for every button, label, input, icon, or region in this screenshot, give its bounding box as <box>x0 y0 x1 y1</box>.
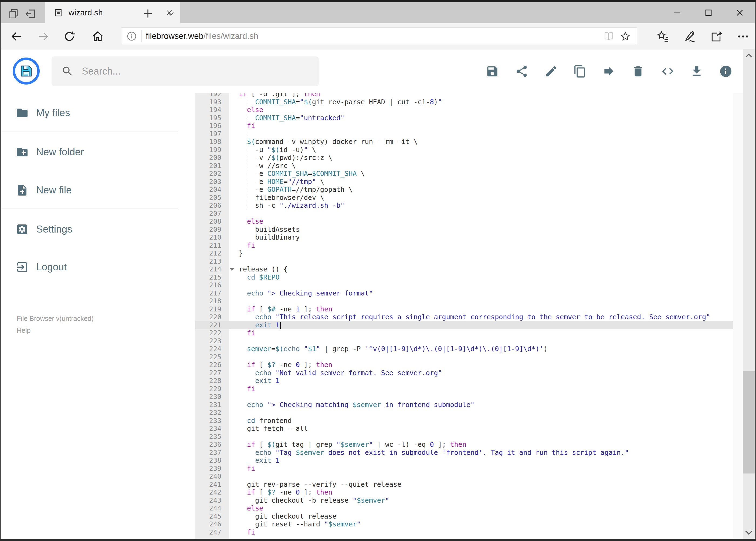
line-number[interactable]: 239 <box>195 465 229 473</box>
sidebar-item-my-files[interactable]: My files <box>1 104 179 122</box>
code-line-238[interactable]: 238 exit 1 <box>195 456 733 465</box>
line-number[interactable]: 198 <box>195 138 229 146</box>
line-number[interactable]: 207 <box>195 210 229 218</box>
code-line-243[interactable]: 243 git checkout -b release "$semver" <box>195 496 733 505</box>
line-number[interactable]: 226 <box>195 361 229 369</box>
code-line-228[interactable]: 228 exit 1 <box>195 377 733 385</box>
line-number[interactable]: 243 <box>195 496 229 505</box>
code-editor[interactable]: 192if [ -d .git ]; then193 COMMIT_SHA="$… <box>195 93 733 539</box>
code-line-212[interactable]: 212} <box>195 249 733 258</box>
line-number[interactable]: 242 <box>195 488 229 496</box>
code-line-239[interactable]: 239 fi <box>195 465 733 473</box>
save-button[interactable] <box>486 65 499 78</box>
line-number[interactable]: 213 <box>195 258 229 266</box>
code-line-244[interactable]: 244 else <box>195 504 733 512</box>
code-line-209[interactable]: 209 buildAssets <box>195 226 733 234</box>
sidebar-item-settings[interactable]: Settings <box>1 220 179 239</box>
reading-view-icon[interactable] <box>603 31 614 42</box>
code-line-220[interactable]: 220 echo "This release script requires a… <box>195 313 733 321</box>
line-number[interactable]: 227 <box>195 369 229 377</box>
line-number[interactable]: 229 <box>195 385 229 393</box>
code-line-241[interactable]: 241 git rev-parse --verify --quiet relea… <box>195 480 733 489</box>
line-number[interactable]: 231 <box>195 401 229 409</box>
line-number[interactable]: 196 <box>195 122 229 130</box>
line-number[interactable]: 246 <box>195 520 229 528</box>
line-number[interactable]: 235 <box>195 433 229 441</box>
code-line-225[interactable]: 225 <box>195 353 733 361</box>
line-number[interactable]: 212 <box>195 249 229 258</box>
more-options-icon[interactable] <box>736 30 750 43</box>
line-number[interactable]: 217 <box>195 289 229 297</box>
back-icon[interactable] <box>10 30 23 43</box>
code-line-237[interactable]: 237 echo "Tag $semver does not exist in … <box>195 449 733 457</box>
scroll-up-icon[interactable] <box>743 49 755 62</box>
vertical-scrollbar[interactable] <box>743 49 755 539</box>
code-line-236[interactable]: 236 if [ $(git tag | grep "$semver" | wc… <box>195 440 733 449</box>
line-number[interactable]: 206 <box>195 202 229 210</box>
code-line-205[interactable]: 205 filebrowser/dev \ <box>195 194 733 202</box>
line-number[interactable]: 210 <box>195 234 229 242</box>
code-line-200[interactable]: 200 -v /$(pwd):/src:z \ <box>195 154 733 162</box>
code-line-233[interactable]: 233 cd frontend <box>195 417 733 425</box>
code-line-245[interactable]: 245 git checkout release <box>195 512 733 520</box>
code-line-201[interactable]: 201 -w //src \ <box>195 162 733 170</box>
code-line-227[interactable]: 227 echo "Not valid semver format. See s… <box>195 369 733 377</box>
line-number[interactable]: 208 <box>195 218 229 226</box>
line-number[interactable]: 209 <box>195 226 229 234</box>
filebrowser-logo[interactable] <box>13 58 40 85</box>
search-box[interactable] <box>52 56 319 86</box>
favorites-hub-icon[interactable] <box>656 30 670 43</box>
code-line-222[interactable]: 222 fi <box>195 329 733 337</box>
code-line-230[interactable]: 230 <box>195 393 733 401</box>
line-number[interactable]: 214 <box>195 265 229 273</box>
line-number[interactable]: 200 <box>195 154 229 162</box>
code-line-229[interactable]: 229 fi <box>195 385 733 393</box>
line-number[interactable]: 203 <box>195 178 229 186</box>
refresh-icon[interactable] <box>63 30 76 43</box>
code-line-224[interactable]: 224 semver=$(echo "$1" | grep -P '^v(0|[… <box>195 345 733 353</box>
code-line-240[interactable]: 240 <box>195 472 733 480</box>
line-number[interactable]: 238 <box>195 456 229 465</box>
line-number[interactable]: 236 <box>195 440 229 449</box>
scrollbar-thumb[interactable] <box>743 371 755 473</box>
line-number[interactable]: 247 <box>195 528 229 536</box>
line-number[interactable]: 201 <box>195 162 229 170</box>
maximize-button[interactable] <box>700 2 717 23</box>
raw-code-button[interactable] <box>661 65 674 78</box>
code-line-203[interactable]: 203 -e HOME="//tmp" \ <box>195 178 733 186</box>
code-line-202[interactable]: 202 -e COMMIT_SHA=$COMMIT_SHA \ <box>195 170 733 178</box>
line-number[interactable]: 216 <box>195 281 229 289</box>
sidebar-item-logout[interactable]: Logout <box>1 258 179 276</box>
search-input[interactable] <box>81 65 304 77</box>
line-number[interactable]: 240 <box>195 472 229 480</box>
code-line-218[interactable]: 218 <box>195 297 733 305</box>
sidebar-item-new-folder[interactable]: New folder <box>1 143 179 162</box>
code-line-195[interactable]: 195 COMMIT_SHA="untracked" <box>195 114 733 122</box>
code-line-204[interactable]: 204 -e GOPATH=//tmp/gopath \ <box>195 186 733 194</box>
favorite-star-icon[interactable] <box>620 31 631 42</box>
line-number[interactable]: 195 <box>195 114 229 122</box>
minimize-button[interactable] <box>668 2 686 23</box>
address-bar[interactable]: filebrowser.web/files/wizard.sh <box>121 27 637 45</box>
code-line-216[interactable]: 216 <box>195 281 733 289</box>
line-number[interactable]: 234 <box>195 425 229 433</box>
line-number[interactable]: 202 <box>195 170 229 178</box>
code-line-208[interactable]: 208 else <box>195 218 733 226</box>
line-number[interactable]: 221 <box>195 321 229 329</box>
line-number[interactable]: 237 <box>195 449 229 457</box>
move-button[interactable] <box>602 65 616 78</box>
home-icon[interactable] <box>91 30 105 43</box>
code-line-198[interactable]: 198 $(command -v winpty) docker run --rm… <box>195 138 733 146</box>
line-number[interactable]: 219 <box>195 305 229 313</box>
line-number[interactable]: 230 <box>195 393 229 401</box>
line-number[interactable]: 222 <box>195 329 229 337</box>
code-line-196[interactable]: 196 fi <box>195 122 733 130</box>
code-line-232[interactable]: 232 <box>195 409 733 417</box>
line-number[interactable]: 232 <box>195 409 229 417</box>
line-number[interactable]: 197 <box>195 130 229 138</box>
web-note-pen-icon[interactable] <box>683 30 697 43</box>
tab-preview-icon[interactable] <box>7 8 20 19</box>
code-line-247[interactable]: 247 fi <box>195 528 733 536</box>
code-line-192[interactable]: 192if [ -d .git ]; then <box>195 93 733 98</box>
url-text[interactable]: filebrowser.web/files/wizard.sh <box>146 31 603 41</box>
